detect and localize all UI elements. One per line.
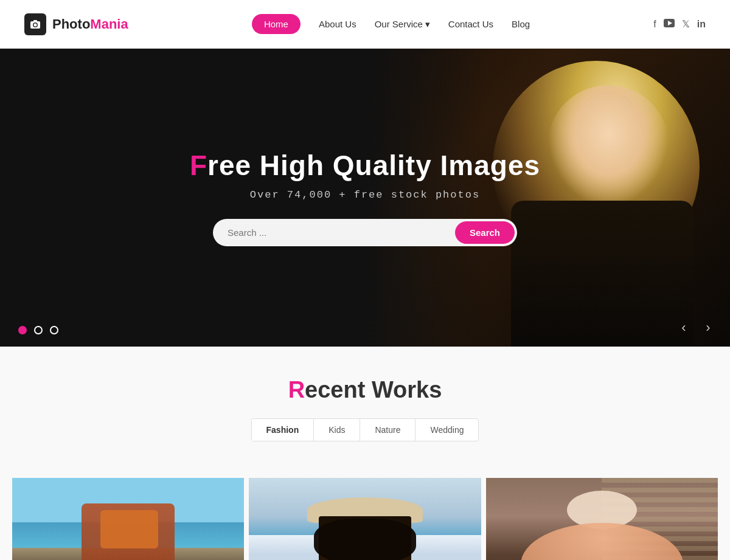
nav-home[interactable]: Home <box>252 14 301 34</box>
gallery-image-1 <box>12 478 244 560</box>
nav-service-dropdown[interactable]: Our Service ▾ <box>375 19 430 30</box>
recent-works-section: Recent Works Fashion Kids Nature Wedding <box>0 347 730 478</box>
filter-tab-nature[interactable]: Nature <box>360 419 415 441</box>
social-icons: f 𝕏 in <box>653 18 706 30</box>
slider-arrows: ‹ › <box>674 318 718 337</box>
linkedin-icon[interactable]: in <box>697 19 706 30</box>
svg-rect-3 <box>33 20 37 22</box>
filter-tab-fashion[interactable]: Fashion <box>252 419 315 441</box>
search-button[interactable]: Search <box>455 221 515 244</box>
gallery-item-2[interactable] <box>249 478 481 560</box>
slider-prev-button[interactable]: ‹ <box>674 318 693 337</box>
logo[interactable]: PhotoMania <box>24 13 128 35</box>
nav-contact[interactable]: Contact Us <box>448 19 493 29</box>
slider-dot-2[interactable] <box>34 326 43 334</box>
logo-icon <box>24 13 46 35</box>
logo-mania-text: Mania <box>90 16 128 32</box>
filter-tab-wedding[interactable]: Wedding <box>415 419 478 441</box>
slider-dots <box>18 326 58 334</box>
gallery-grid <box>0 478 730 560</box>
filter-tab-kids[interactable]: Kids <box>314 419 360 441</box>
gallery-item-3[interactable] <box>486 478 718 560</box>
filter-tabs: Fashion Kids Nature Wedding <box>251 418 479 441</box>
gallery-image-2 <box>249 478 481 560</box>
main-nav: Home About Us Our Service ▾ Contact Us B… <box>252 14 530 34</box>
youtube-icon[interactable] <box>664 19 675 30</box>
hero-subtitle: Over 74,000 + free stock photos <box>250 189 480 201</box>
nav-blog[interactable]: Blog <box>512 19 530 29</box>
hero-section: Free High Quality Images Over 74,000 + f… <box>0 49 730 347</box>
slider-next-button[interactable]: › <box>698 318 718 337</box>
section-title-r: R <box>288 377 305 403</box>
search-input[interactable] <box>215 221 455 244</box>
chevron-down-icon: ▾ <box>425 19 430 30</box>
logo-photo-text: Photo <box>52 16 90 32</box>
slider-dot-3[interactable] <box>50 326 58 334</box>
nav-about[interactable]: About Us <box>319 19 356 29</box>
svg-point-2 <box>34 23 37 26</box>
gallery-item-1[interactable] <box>12 478 244 560</box>
gallery-image-3 <box>486 478 718 560</box>
facebook-icon[interactable]: f <box>653 19 656 30</box>
section-title: Recent Works <box>12 377 718 403</box>
hero-title: Free High Quality Images <box>190 149 540 182</box>
slider-dot-1[interactable] <box>18 326 27 334</box>
twitter-icon[interactable]: 𝕏 <box>682 18 690 30</box>
hero-content: Free High Quality Images Over 74,000 + f… <box>0 49 730 347</box>
hero-title-f: F <box>190 150 207 181</box>
header: PhotoMania Home About Us Our Service ▾ C… <box>0 0 730 49</box>
search-bar: Search <box>213 219 517 246</box>
